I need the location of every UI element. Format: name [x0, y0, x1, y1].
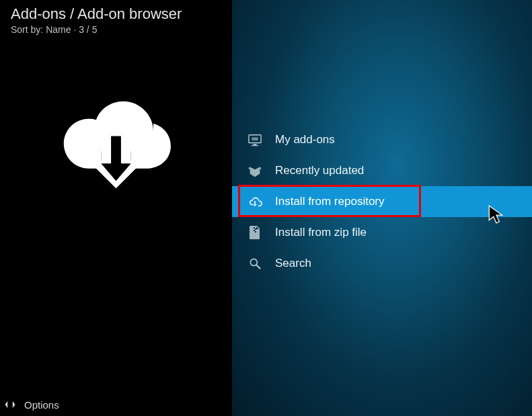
- svg-rect-6: [254, 230, 255, 231]
- sort-field: Name: [46, 24, 71, 35]
- sidebar-panel: Add-ons / Add-on browser Sort by: Name ·…: [0, 0, 232, 416]
- svg-line-9: [257, 265, 260, 269]
- menu-item-label: Install from zip file: [275, 226, 367, 239]
- menu-item-label: Search: [275, 257, 311, 270]
- menu-item-search[interactable]: Search: [232, 248, 532, 279]
- menu-item-recently-updated[interactable]: Recently updated: [232, 155, 532, 186]
- list-position: 3 / 5: [79, 24, 97, 35]
- addon-menu: My add-ons Recently updated Install from…: [232, 124, 532, 279]
- svg-rect-3: [252, 137, 258, 140]
- content-panel: My add-ons Recently updated Install from…: [232, 0, 532, 416]
- options-arrows-icon: [4, 399, 16, 411]
- breadcrumb: Add-ons / Add-on browser: [11, 5, 221, 23]
- svg-rect-4: [254, 227, 255, 228]
- svg-rect-5: [255, 228, 256, 230]
- cloud-download-icon: [247, 194, 263, 210]
- menu-item-label: My add-ons: [275, 133, 335, 147]
- menu-item-install-from-repository[interactable]: Install from repository: [232, 186, 532, 217]
- options-label: Options: [24, 399, 59, 411]
- menu-item-label: Install from repository: [275, 195, 385, 208]
- svg-rect-1: [253, 144, 256, 145]
- cloud-download-large-icon: [54, 91, 178, 192]
- screen-icon: [247, 132, 263, 148]
- sort-prefix: Sort by:: [11, 24, 43, 35]
- options-button[interactable]: Options: [0, 393, 232, 416]
- svg-rect-2: [252, 145, 259, 146]
- search-icon: [247, 255, 263, 272]
- menu-item-label: Recently updated: [275, 164, 364, 177]
- header: Add-ons / Add-on browser Sort by: Name ·…: [0, 0, 232, 38]
- menu-item-my-addons[interactable]: My add-ons: [232, 124, 532, 155]
- menu-item-install-from-zip[interactable]: Install from zip file: [232, 217, 532, 248]
- svg-rect-7: [255, 231, 256, 233]
- zip-file-icon: [247, 224, 263, 241]
- sort-line: Sort by: Name · 3 / 5: [11, 24, 221, 35]
- sort-separator: ·: [73, 24, 79, 35]
- box-open-icon: [247, 163, 263, 179]
